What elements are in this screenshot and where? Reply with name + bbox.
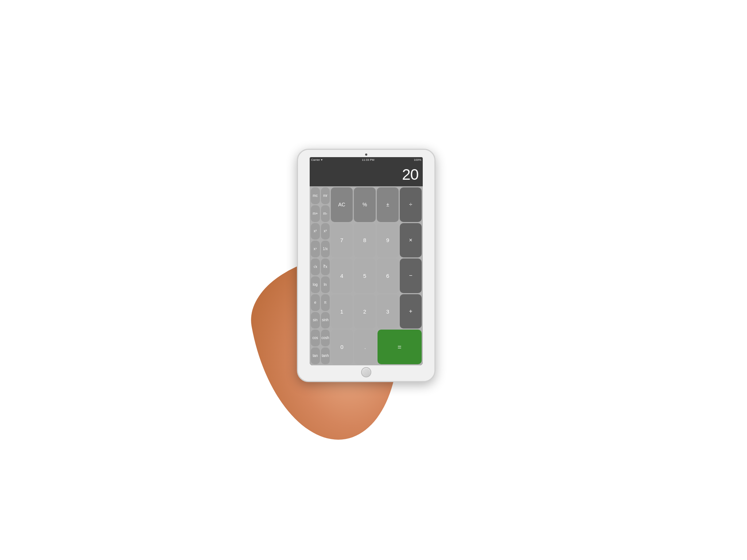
btn-x2[interactable]: x² — [311, 223, 320, 240]
num-row-3: 4 5 6 − — [331, 258, 422, 293]
btn-reciprocal[interactable]: 1/x — [321, 241, 330, 257]
btn-1[interactable]: 1 — [331, 294, 353, 329]
scene: Carrier ▾ 11:33 PM 100% 20 mc — [279, 149, 468, 411]
num-row-2: 7 8 9 × — [331, 223, 422, 258]
btn-ac[interactable]: AC — [331, 187, 353, 222]
btn-sin[interactable]: sin — [311, 312, 320, 329]
scientific-column: mc mr m+ m- x² x³ — [311, 187, 330, 364]
btn-ln[interactable]: ln — [321, 276, 330, 293]
btn-sqrt[interactable]: √x — [311, 258, 320, 275]
btn-xy[interactable]: xʸ — [311, 241, 320, 257]
btn-4[interactable]: 4 — [331, 258, 353, 293]
sci-pair-4: √x ∛x — [311, 258, 330, 275]
btn-multiply[interactable]: × — [400, 223, 422, 258]
ipad-inner: Carrier ▾ 11:33 PM 100% 20 mc — [298, 150, 434, 381]
sci-pair-6: e π — [311, 294, 330, 311]
btn-3[interactable]: 3 — [377, 294, 399, 329]
display-area: 20 — [310, 162, 423, 186]
btn-2[interactable]: 2 — [354, 294, 376, 329]
home-button[interactable] — [361, 367, 371, 377]
sci-pair-2: x² x³ — [311, 223, 330, 240]
btn-mr[interactable]: mr — [321, 187, 330, 204]
calculator: 20 mc mr m+ m- — [310, 162, 423, 365]
btn-mplus[interactable]: m+ — [311, 205, 320, 222]
btn-pi[interactable]: π — [321, 294, 330, 311]
btn-7[interactable]: 7 — [331, 223, 353, 258]
sci-pair-1: m+ m- — [311, 205, 330, 222]
sci-pair-8: cos cosh — [311, 330, 330, 346]
sci-pair-0: mc mr — [311, 187, 330, 204]
sci-pair-9: tan tanh — [311, 347, 330, 364]
btn-percent[interactable]: % — [354, 187, 376, 222]
btn-divide[interactable]: ÷ — [400, 187, 422, 222]
btn-0[interactable]: 0 — [331, 330, 353, 364]
btn-cosh[interactable]: cosh — [321, 330, 330, 346]
num-row-1: AC % ± ÷ — [331, 187, 422, 222]
carrier-label: Carrier ▾ — [311, 158, 322, 162]
camera-dot — [365, 153, 367, 156]
num-row-4: 1 2 3 + — [331, 294, 422, 329]
btn-mc[interactable]: mc — [311, 187, 320, 204]
sci-pair-3: xʸ 1/x — [311, 241, 330, 257]
sci-pair-5: log ln — [311, 276, 330, 293]
battery-label: 100% — [414, 158, 421, 162]
buttons-area: mc mr m+ m- x² x³ — [310, 186, 423, 365]
btn-log[interactable]: log — [311, 276, 320, 293]
btn-x3[interactable]: x³ — [321, 223, 330, 240]
btn-8[interactable]: 8 — [354, 223, 376, 258]
time-label: 11:33 PM — [362, 158, 374, 162]
btn-cos[interactable]: cos — [311, 330, 320, 346]
ipad-device: Carrier ▾ 11:33 PM 100% 20 mc — [297, 149, 436, 382]
sci-pair-7: sin sinh — [311, 312, 330, 329]
btn-mminus[interactable]: m- — [321, 205, 330, 222]
btn-add[interactable]: + — [400, 294, 422, 329]
btn-dot[interactable]: . — [354, 330, 376, 364]
btn-subtract[interactable]: − — [400, 258, 422, 293]
btn-sinh[interactable]: sinh — [321, 312, 330, 329]
main-numpad: AC % ± ÷ 7 8 9 × — [331, 187, 422, 364]
display-value: 20 — [402, 166, 418, 183]
btn-equals[interactable]: = — [378, 330, 422, 364]
btn-cbrt[interactable]: ∛x — [321, 258, 330, 275]
num-row-5: 0 . = — [331, 330, 422, 364]
btn-plusminus[interactable]: ± — [377, 187, 399, 222]
btn-tanh[interactable]: tanh — [321, 347, 330, 364]
btn-6[interactable]: 6 — [377, 258, 399, 293]
btn-5[interactable]: 5 — [354, 258, 376, 293]
btn-e[interactable]: e — [311, 294, 320, 311]
status-bar: Carrier ▾ 11:33 PM 100% — [310, 157, 423, 162]
btn-tan[interactable]: tan — [311, 347, 320, 364]
btn-9[interactable]: 9 — [377, 223, 399, 258]
